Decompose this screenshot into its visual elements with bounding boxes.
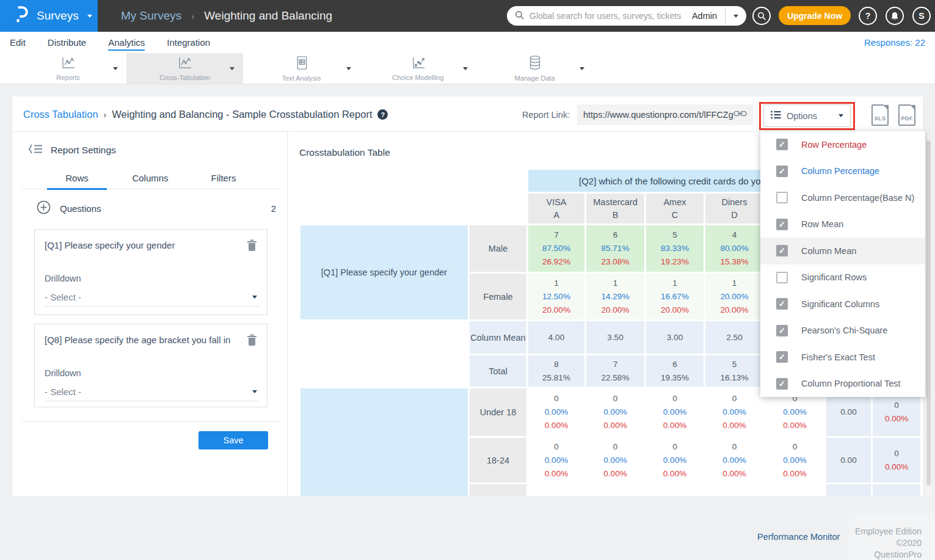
checkbox-checked-icon[interactable]: ✓ xyxy=(776,165,788,177)
nav-tab-edit[interactable]: Edit xyxy=(10,37,26,48)
checkbox-checked-icon[interactable]: ✓ xyxy=(776,219,788,230)
nav-tab-label: Integration xyxy=(167,37,210,48)
checkbox-checked-icon[interactable]: ✓ xyxy=(776,378,788,390)
add-question-icon[interactable] xyxy=(37,200,51,217)
drilldown-select-value: - Select - xyxy=(45,292,252,302)
notifications-button[interactable] xyxy=(886,7,904,25)
option-row-mean[interactable]: ✓Row Mean xyxy=(760,211,925,238)
search-scope-dropdown[interactable] xyxy=(726,15,746,18)
nav-tab-label: Distribute xyxy=(48,37,86,48)
drilldown-select[interactable]: - Select - xyxy=(45,288,260,307)
export-xls-button[interactable]: XLS xyxy=(871,104,889,127)
settings-tab-filters[interactable]: Filters xyxy=(187,169,260,189)
pdf-label: PDF xyxy=(900,115,914,122)
toolbar-item-cross-tabulation[interactable]: Cross-Tabulation xyxy=(126,53,243,84)
table-cell: 00.00%0.00% xyxy=(646,438,704,482)
avatar[interactable]: S xyxy=(912,7,931,25)
checkbox-unchecked-icon[interactable] xyxy=(776,192,788,203)
report-link-url[interactable]: https://www.questionpro.com/t/lFFCZg xyxy=(583,110,733,120)
option-label: Significant Rows xyxy=(801,272,867,282)
delete-question-button[interactable] xyxy=(247,333,257,348)
search-button[interactable] xyxy=(752,7,771,25)
report-link-field[interactable]: https://www.questionpro.com/t/lFFCZg xyxy=(577,104,753,125)
column-name: VISA xyxy=(528,196,584,209)
cross-tabulation-link[interactable]: Cross Tabulation xyxy=(23,109,98,120)
table-cell: 00.00% xyxy=(873,438,920,482)
table-cell xyxy=(528,484,584,496)
cell-value: 0.00% xyxy=(765,454,824,467)
table-cell: 480.00%15.38% xyxy=(705,225,763,272)
options-button[interactable]: Options xyxy=(763,104,851,127)
cell-value: 83.33% xyxy=(646,242,704,255)
toolbar-item-choice-modelling[interactable]: Choice Modelling xyxy=(360,53,476,84)
upgrade-now-button[interactable]: Upgrade Now xyxy=(779,6,851,25)
checkbox-checked-icon[interactable]: ✓ xyxy=(776,298,788,310)
toolbar-item-reports[interactable]: Reports xyxy=(10,53,126,84)
link-icon[interactable] xyxy=(733,109,747,120)
table-cell: 120.00%20.00% xyxy=(705,274,763,319)
chevron-down-icon[interactable] xyxy=(463,67,468,70)
table-cell: 00.00%0.00% xyxy=(528,438,584,482)
toolbar-item-label: Reports xyxy=(56,74,80,81)
report-title-row: Cross Tabulation › Weighting and Balanci… xyxy=(23,109,388,120)
checkbox-checked-icon[interactable]: ✓ xyxy=(776,325,788,336)
responses-count[interactable]: Responses: 22 xyxy=(864,32,925,53)
chevron-down-icon[interactable] xyxy=(346,67,351,70)
option-row-percentage[interactable]: ✓Row Percentage xyxy=(760,131,925,158)
divider xyxy=(22,421,281,422)
collapse-panel-icon[interactable] xyxy=(28,144,43,157)
delete-question-button[interactable] xyxy=(247,239,257,253)
table-row-label: Total xyxy=(470,355,526,387)
checkbox-checked-icon[interactable]: ✓ xyxy=(776,245,788,256)
product-name: Surveys xyxy=(37,9,79,23)
nav-tab-analytics[interactable]: Analytics xyxy=(108,37,145,48)
drilldown-label: Drilldown xyxy=(45,368,81,378)
cell-value: 0 xyxy=(586,440,644,454)
drilldown-select[interactable]: - Select - xyxy=(45,383,260,401)
toolbar-item-text-analysis[interactable]: Text Analysis xyxy=(243,53,360,84)
nav-tab-distribute[interactable]: Distribute xyxy=(48,37,86,48)
search-scope[interactable]: Admin xyxy=(689,11,725,21)
option-fisher-s-exact-test[interactable]: ✓Fisher's Exact Test xyxy=(760,344,925,371)
drilldown-label: Drilldown xyxy=(45,274,81,283)
performance-monitor-link[interactable]: Performance Monitor xyxy=(757,532,840,542)
settings-tab-columns[interactable]: Columns xyxy=(114,169,187,189)
export-pdf-button[interactable]: PDF xyxy=(898,104,916,127)
cell-value: 0 xyxy=(873,447,920,460)
checkbox-checked-icon[interactable]: ✓ xyxy=(776,139,788,150)
option-label: Column Percentage(Base N) xyxy=(801,193,914,203)
option-label: Column Percentage xyxy=(801,166,879,176)
search-input[interactable] xyxy=(524,11,689,21)
chevron-down-icon[interactable] xyxy=(230,67,235,70)
column-letter: A xyxy=(528,209,584,222)
breadcrumb-current-survey: Weighting and Balancing xyxy=(204,9,332,23)
option-column-mean[interactable]: ✓Column Mean xyxy=(760,238,925,264)
help-button[interactable]: ? xyxy=(859,7,877,25)
cell-value: 0.00% xyxy=(765,419,824,432)
options-button-label: Options xyxy=(787,111,833,121)
scrollbar-thumb[interactable] xyxy=(926,140,931,485)
option-column-proportional-test[interactable]: ✓Column Proportional Test xyxy=(760,371,925,398)
table-cell: 619.35% xyxy=(646,355,704,387)
vertical-scrollbar[interactable] xyxy=(926,134,931,496)
help-icon[interactable]: ? xyxy=(377,109,388,120)
option-pearson-s-chi-square[interactable]: ✓Pearson's Chi-Square xyxy=(760,318,925,344)
chevron-down-icon[interactable] xyxy=(113,67,118,70)
chevron-down-icon xyxy=(252,390,257,393)
option-significant-rows[interactable]: Significant Rows xyxy=(760,264,925,291)
breadcrumb-my-surveys[interactable]: My Surveys xyxy=(121,9,181,23)
search-icon xyxy=(515,10,524,22)
settings-tab-rows[interactable]: Rows xyxy=(40,169,114,189)
table-row-label: Female xyxy=(470,274,526,319)
nav-tab-integration[interactable]: Integration xyxy=(167,37,210,48)
option-column-percentage-base-n[interactable]: Column Percentage(Base N) xyxy=(760,184,925,211)
chevron-down-icon[interactable] xyxy=(580,67,584,70)
toolbar-item-manage-data[interactable]: Manage Data xyxy=(476,53,593,84)
checkbox-checked-icon[interactable]: ✓ xyxy=(776,351,788,363)
option-label: Column Mean xyxy=(801,246,856,256)
option-column-percentage[interactable]: ✓Column Percentage xyxy=(760,158,925,185)
product-switcher[interactable]: Surveys xyxy=(0,0,98,32)
save-button[interactable]: Save xyxy=(198,431,268,449)
checkbox-unchecked-icon[interactable] xyxy=(776,272,788,283)
option-significant-columns[interactable]: ✓Significant Columns xyxy=(760,291,925,318)
